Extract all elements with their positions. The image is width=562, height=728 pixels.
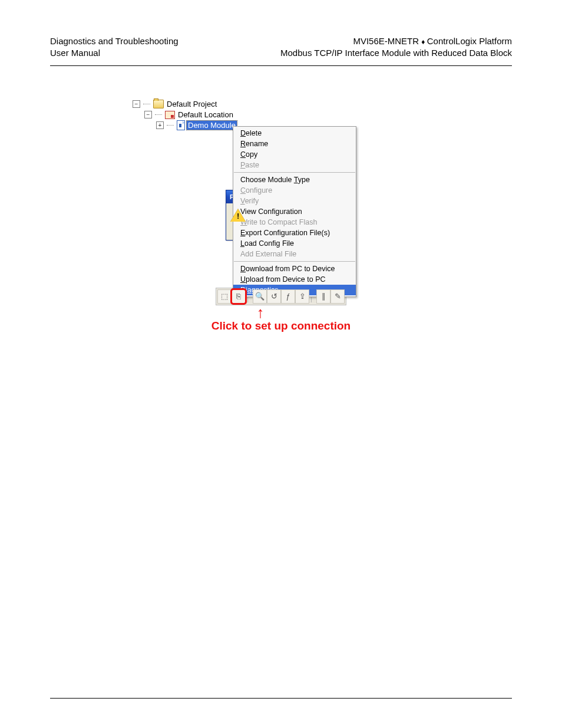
product-code: MVI56E-MNETR [353, 36, 419, 46]
toolbar-btn-zoom[interactable]: 🔍 [253, 289, 267, 304]
toolbar-btn-upload[interactable]: ⇪ [295, 289, 309, 304]
toolbar-btn-function[interactable]: ƒ [281, 289, 295, 304]
context-menu: Delete Rename Copy Paste Choose Module T… [233, 126, 356, 297]
menu-delete-label: elete [246, 129, 262, 137]
toolbar-caption: Click to set up connection [211, 319, 351, 332]
location-icon [165, 111, 175, 119]
header-left: Diagnostics and Troubleshooting User Man… [50, 35, 178, 60]
collapse-icon[interactable]: − [144, 111, 152, 118]
menu-load-config[interactable]: Load Config File [233, 238, 356, 249]
menu-choose-u: T [294, 176, 298, 184]
menu-rename[interactable]: Rename [233, 139, 356, 149]
expand-icon[interactable]: + [156, 121, 164, 129]
edit-icon: ✎ [335, 292, 341, 301]
toolbar-btn-refresh[interactable]: ↺ [267, 289, 281, 304]
menu-delete[interactable]: Delete [233, 128, 356, 139]
module-icon [177, 120, 185, 130]
manual-page: Diagnostics and Troubleshooting User Man… [0, 0, 562, 728]
toolbar-group-1: ⬚ ⎘ [217, 289, 246, 304]
generic-tool-icon: ⬚ [221, 292, 228, 301]
collapse-icon[interactable]: − [133, 100, 140, 108]
toolbar: ⬚ ⎘ 🔍 ↺ ƒ ⇪ ∥ ✎ [216, 288, 346, 305]
menu-separator [234, 261, 355, 262]
menu-verify-label: erify [245, 197, 259, 205]
search-icon: 🔍 [255, 292, 265, 301]
platform-name: ControlLogix Platform [427, 36, 512, 46]
menu-rename-label: ename [246, 140, 268, 148]
menu-choose-post: ype [298, 176, 310, 184]
toolbar-btn-connection-setup[interactable]: ⎘ [232, 289, 246, 304]
connection-setup-icon: ⎘ [236, 292, 241, 301]
tree-label-project: Default Project [166, 100, 218, 108]
menu-download-post: ownload from PC to Device [246, 265, 335, 273]
chart-icon: ∥ [322, 292, 326, 301]
tree-connector [167, 125, 174, 126]
page-header: Diagnostics and Troubleshooting User Man… [50, 35, 512, 66]
menu-add-external-file: Add External File [233, 249, 356, 259]
menu-upload-pre: U [240, 275, 246, 284]
folder-icon [153, 100, 164, 108]
header-right-line1: MVI56E-MNETR ♦ ControlLogix Platform [280, 35, 512, 47]
warning-icon: ! [231, 209, 244, 222]
toolbar-btn-edit[interactable]: ✎ [330, 289, 345, 304]
tree-contextmenu-screenshot: − Default Project − Default Location + D… [133, 99, 374, 131]
header-left-line2: User Manual [50, 47, 178, 59]
menu-copy[interactable]: Copy [233, 149, 356, 160]
page-footer-rule [50, 698, 512, 699]
refresh-icon: ↺ [271, 292, 277, 301]
menu-verify: Verify [233, 196, 356, 206]
tree-row-location[interactable]: − Default Location [144, 110, 374, 120]
menu-export-post: xport Configuration File(s) [245, 229, 330, 237]
menu-download-pre: D [240, 265, 246, 273]
menu-paste: Paste [233, 160, 356, 170]
menu-choose-pre: Choose Module [240, 176, 294, 184]
menu-write-post: rite to Compact Flash [247, 218, 318, 226]
arrow-up-icon: ↑ [257, 307, 265, 318]
menu-load-post: oad Config File [244, 239, 294, 248]
menu-diag-u: a [247, 286, 252, 294]
toolbar-group-3: ∥ ✎ [316, 289, 345, 304]
menu-write-compact-flash: Write to Compact Flash [233, 217, 356, 228]
menu-load-pre: L [240, 239, 244, 248]
tree-connector [143, 104, 150, 104]
function-icon: ƒ [286, 292, 290, 301]
menu-upload-post: pload from Device to PC [246, 275, 325, 284]
menu-paste-label: aste [245, 161, 259, 169]
tree-label-location: Default Location [177, 110, 234, 119]
menu-configure-label: onfigure [246, 186, 272, 195]
menu-upload-device-to-pc[interactable]: Upload from Device to PC [233, 274, 356, 285]
toolbar-btn-1[interactable]: ⬚ [217, 289, 232, 304]
menu-copy-label: opy [246, 150, 257, 159]
toolbar-btn-chart[interactable]: ∥ [316, 289, 330, 304]
header-left-line1: Diagnostics and Troubleshooting [50, 35, 178, 47]
diamond-icon: ♦ [421, 38, 427, 46]
menu-download-pc-to-device[interactable]: Download from PC to Device [233, 263, 356, 274]
menu-view-configuration[interactable]: View Configuration [233, 206, 356, 217]
toolbar-group-2: 🔍 ↺ ƒ ⇪ [253, 289, 309, 304]
menu-separator [234, 172, 355, 173]
tree-connector [155, 114, 162, 115]
menu-choose-module-type[interactable]: Choose Module Type [233, 174, 356, 185]
tree-row-project[interactable]: − Default Project [133, 99, 374, 110]
upload-icon: ⇪ [299, 292, 306, 301]
menu-configure: Configure [233, 185, 356, 196]
header-right-line2: Modbus TCP/IP Interface Module with Redu… [280, 47, 512, 59]
toolbar-screenshot: ⬚ ⎘ 🔍 ↺ ƒ ⇪ ∥ ✎ ↑ Click to set up connec… [50, 288, 512, 332]
menu-export-config[interactable]: Export Configuration File(s) [233, 228, 356, 238]
header-right: MVI56E-MNETR ♦ ControlLogix Platform Mod… [280, 35, 512, 60]
tree-label-module-selected: Demo Module [187, 121, 237, 130]
